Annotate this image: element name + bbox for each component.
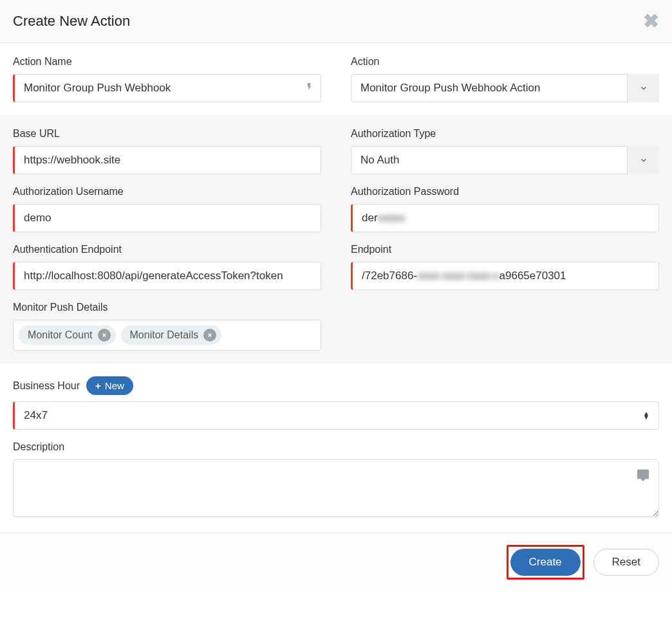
auth-type-label: Authorization Type bbox=[351, 128, 659, 140]
tag-monitor-details: Monitor Details bbox=[121, 326, 222, 345]
auth-endpoint-label: Authentication Endpoint bbox=[13, 244, 321, 255]
close-icon[interactable]: ✖ bbox=[643, 12, 659, 31]
new-business-hour-button[interactable]: + New bbox=[86, 376, 133, 395]
sort-icon: ▲▼ bbox=[643, 412, 649, 419]
endpoint-prefix: /72eb7686- bbox=[362, 270, 417, 282]
speech-bubble-icon bbox=[636, 468, 650, 485]
remove-tag-icon[interactable] bbox=[98, 329, 111, 342]
new-button-label: New bbox=[105, 380, 124, 391]
action-type-select[interactable]: Monitor Group Push Webhook Action bbox=[351, 74, 659, 102]
monitor-push-details-label: Monitor Push Details bbox=[13, 302, 321, 313]
tag-monitor-count: Monitor Count bbox=[19, 326, 116, 345]
business-hour-label-text: Business Hour bbox=[13, 380, 80, 392]
tag-label: Monitor Details bbox=[130, 329, 199, 341]
business-hour-value: 24x7 bbox=[24, 409, 48, 422]
auth-type-dropdown-button[interactable] bbox=[627, 146, 659, 174]
modal-header: Create New Action ✖ bbox=[0, 0, 672, 43]
action-type-dropdown-button[interactable] bbox=[627, 74, 659, 102]
description-textarea[interactable] bbox=[13, 459, 659, 517]
modal-title: Create New Action bbox=[13, 13, 130, 30]
modal-footer: Create Reset bbox=[0, 533, 672, 591]
auth-type-value: No Auth bbox=[360, 154, 400, 167]
action-type-label: Action bbox=[351, 56, 659, 68]
action-type-value: Monitor Group Push Webhook Action bbox=[360, 82, 540, 95]
auth-username-input[interactable] bbox=[13, 204, 321, 232]
plus-icon: + bbox=[95, 380, 101, 391]
section-schedule: Business Hour + New 24x7 ▲▼ Description bbox=[0, 363, 672, 533]
create-action-modal: Create New Action ✖ Action Name Action M… bbox=[0, 0, 672, 591]
section-connection: Base URL Authorization Username Authenti… bbox=[0, 115, 672, 363]
auth-endpoint-input[interactable] bbox=[13, 262, 321, 290]
action-name-label: Action Name bbox=[13, 56, 321, 68]
description-label: Description bbox=[13, 441, 659, 453]
section-basic: Action Name Action Monitor Group Push We… bbox=[0, 43, 672, 115]
create-button[interactable]: Create bbox=[510, 549, 581, 576]
chevron-down-icon bbox=[639, 156, 648, 165]
tag-label: Monitor Count bbox=[28, 329, 93, 341]
action-name-input[interactable] bbox=[13, 74, 321, 102]
auth-password-masked-part: xxxxx bbox=[378, 212, 406, 225]
endpoint-input[interactable]: /72eb7686-xxxx-xxxx-xxxx-xa9665e70301 bbox=[351, 262, 659, 290]
chevron-down-icon bbox=[639, 84, 648, 93]
monitor-push-details-input[interactable]: Monitor Count Monitor Details bbox=[13, 320, 321, 351]
endpoint-suffix: a9665e70301 bbox=[499, 270, 566, 282]
auth-password-input[interactable]: derxxxxx bbox=[351, 204, 659, 232]
auth-password-label: Authorization Password bbox=[351, 186, 659, 197]
reset-button[interactable]: Reset bbox=[593, 549, 659, 576]
auth-password-visible-part: der bbox=[362, 212, 378, 225]
auth-username-label: Authorization Username bbox=[13, 186, 321, 197]
business-hour-label: Business Hour + New bbox=[13, 376, 659, 395]
base-url-input[interactable] bbox=[13, 146, 321, 174]
auth-type-select[interactable]: No Auth bbox=[351, 146, 659, 174]
remove-tag-icon[interactable] bbox=[203, 329, 216, 342]
endpoint-label: Endpoint bbox=[351, 244, 659, 255]
create-button-highlight: Create bbox=[507, 545, 584, 580]
base-url-label: Base URL bbox=[13, 128, 321, 140]
endpoint-masked: xxxx-xxxx-xxxx-x bbox=[417, 270, 499, 282]
business-hour-select[interactable]: 24x7 ▲▼ bbox=[13, 401, 659, 430]
bolt-icon bbox=[305, 80, 313, 96]
